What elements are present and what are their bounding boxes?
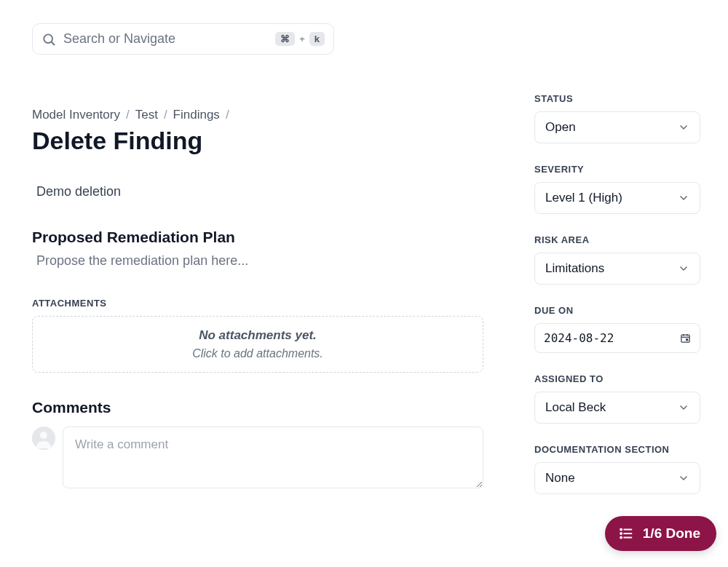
- documentation-section-value: None: [545, 471, 575, 485]
- status-label: STATUS: [534, 93, 700, 104]
- risk-area-select[interactable]: Limitations: [534, 253, 700, 285]
- assigned-to-select[interactable]: Local Beck: [534, 392, 700, 424]
- comments-heading: Comments: [32, 399, 483, 416]
- svg-point-12: [620, 529, 622, 531]
- avatar: [32, 427, 55, 450]
- remediation-heading: Proposed Remediation Plan: [32, 229, 483, 246]
- progress-badge[interactable]: 1/6 Done: [605, 516, 716, 551]
- calendar-icon: [680, 333, 691, 344]
- assigned-to-label: ASSIGNED TO: [534, 373, 700, 384]
- chevron-down-icon: [678, 472, 689, 484]
- attachments-empty-text: No attachments yet.: [41, 328, 474, 343]
- breadcrumb-link[interactable]: Findings: [173, 108, 220, 122]
- severity-select[interactable]: Level 1 (High): [534, 182, 700, 214]
- progress-text: 1/6 Done: [643, 526, 700, 542]
- due-on-value: 2024-08-22: [544, 331, 614, 345]
- documentation-section-select[interactable]: None: [534, 462, 700, 494]
- chevron-down-icon: [678, 402, 689, 413]
- assigned-to-value: Local Beck: [545, 400, 606, 415]
- keyboard-shortcut: ⌘ + k: [275, 32, 325, 46]
- documentation-section-label: DOCUMENTATION SECTION: [534, 444, 700, 455]
- severity-value: Level 1 (High): [545, 191, 622, 205]
- search-input[interactable]: Search or Navigate ⌘ + k: [32, 23, 334, 55]
- breadcrumb: Model Inventory / Test / Findings /: [32, 108, 483, 122]
- finding-description[interactable]: Demo deletion: [36, 184, 483, 199]
- svg-rect-8: [686, 338, 688, 341]
- comment-textarea[interactable]: [63, 427, 483, 488]
- risk-area-value: Limitations: [545, 261, 604, 276]
- attachments-dropzone[interactable]: No attachments yet. Click to add attachm…: [32, 316, 483, 373]
- breadcrumb-link[interactable]: Test: [135, 108, 158, 122]
- page-title: Delete Finding: [32, 127, 483, 155]
- svg-rect-4: [681, 335, 689, 342]
- search-icon: [41, 32, 56, 47]
- chevron-down-icon: [678, 122, 689, 133]
- chevron-down-icon: [678, 192, 689, 204]
- due-on-input[interactable]: 2024-08-22: [534, 323, 700, 353]
- remediation-input[interactable]: Propose the remediation plan here...: [36, 253, 483, 269]
- status-value: Open: [545, 120, 576, 135]
- svg-point-13: [620, 533, 622, 534]
- svg-point-3: [40, 432, 47, 439]
- risk-area-label: RISK AREA: [534, 234, 700, 245]
- breadcrumb-link[interactable]: Model Inventory: [32, 108, 120, 122]
- search-placeholder: Search or Navigate: [63, 31, 268, 47]
- list-icon: [618, 526, 634, 542]
- due-on-label: DUE ON: [534, 305, 700, 316]
- severity-label: SEVERITY: [534, 164, 700, 175]
- chevron-down-icon: [678, 263, 689, 274]
- svg-line-1: [52, 41, 55, 44]
- svg-point-14: [620, 537, 622, 539]
- attachments-label: ATTACHMENTS: [32, 298, 483, 309]
- status-select[interactable]: Open: [534, 111, 700, 143]
- attachments-hint: Click to add attachments.: [41, 347, 474, 360]
